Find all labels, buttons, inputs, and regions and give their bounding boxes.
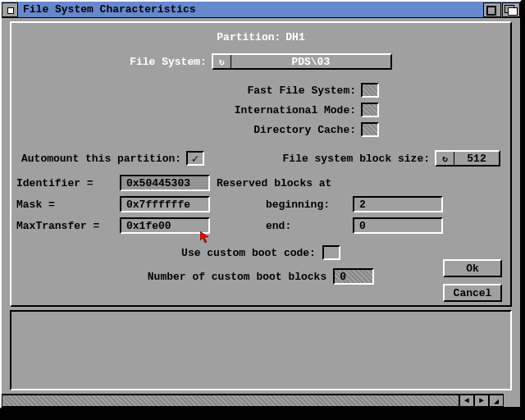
ok-button[interactable]: Ok bbox=[443, 259, 502, 277]
depth-gadget[interactable] bbox=[502, 2, 520, 17]
checkmark-icon: ✓ bbox=[192, 152, 199, 166]
intl-mode-checkbox[interactable] bbox=[361, 103, 379, 117]
customboot-use-label: Use custom boot code: bbox=[181, 247, 316, 259]
filesystem-value: PDS\03 bbox=[231, 56, 390, 68]
mask-field[interactable]: 0x7ffffffe bbox=[120, 196, 210, 212]
scroll-left-icon[interactable]: ◄ bbox=[459, 395, 474, 407]
window: File System Characteristics Partition: D… bbox=[0, 0, 522, 409]
window-title: File System Characteristics bbox=[21, 3, 482, 16]
lower-panel bbox=[10, 310, 512, 390]
identifier-field[interactable]: 0x50445303 bbox=[120, 175, 210, 191]
close-gadget[interactable] bbox=[2, 2, 18, 17]
filesystem-cycle[interactable]: ↻ PDS\03 bbox=[212, 53, 392, 70]
customboot-num-label: Number of custom boot blocks bbox=[148, 271, 326, 283]
reserved-end-label: end: bbox=[266, 220, 348, 232]
intl-mode-label: International Mode: bbox=[192, 104, 356, 116]
blocksize-value: 512 bbox=[454, 153, 499, 165]
titlebar[interactable]: File System Characteristics bbox=[2, 2, 520, 18]
main-panel: Partition: DH1 File System: ↻ PDS\03 Fas… bbox=[10, 21, 512, 307]
reserved-end-field[interactable]: 0 bbox=[353, 217, 443, 234]
cycle-icon: ↻ bbox=[436, 152, 454, 165]
dir-cache-checkbox[interactable] bbox=[361, 122, 379, 137]
filesystem-label: File System: bbox=[130, 56, 207, 68]
horizontal-scrollbar[interactable]: ◄ ► ◢ bbox=[2, 394, 504, 407]
maxtransfer-label: MaxTransfer = bbox=[16, 220, 115, 232]
fast-fs-label: Fast File System: bbox=[192, 84, 356, 97]
fast-fs-checkbox[interactable] bbox=[361, 83, 379, 98]
blocksize-label: File system block size: bbox=[283, 153, 430, 165]
automount-checkbox[interactable]: ✓ bbox=[186, 151, 204, 166]
customboot-num-field[interactable]: 0 bbox=[333, 268, 374, 285]
automount-label: Automount this partition: bbox=[21, 153, 181, 165]
identifier-label: Identifier = bbox=[16, 177, 115, 189]
reserved-begin-label: beginning: bbox=[266, 199, 348, 211]
scroll-right-icon[interactable]: ► bbox=[474, 395, 489, 407]
cycle-icon: ↻ bbox=[213, 55, 231, 68]
cancel-button[interactable]: Cancel bbox=[443, 284, 502, 302]
blocksize-cycle[interactable]: ↻ 512 bbox=[435, 150, 500, 167]
dir-cache-label: Directory Cache: bbox=[192, 124, 356, 136]
scrollbar-track[interactable] bbox=[2, 395, 459, 407]
zoom-gadget[interactable] bbox=[483, 2, 501, 17]
customboot-checkbox[interactable] bbox=[322, 245, 340, 260]
mask-label: Mask = bbox=[16, 199, 115, 211]
reserved-begin-field[interactable]: 2 bbox=[353, 196, 443, 212]
partition-label: Partition: bbox=[217, 31, 281, 43]
maxtransfer-field[interactable]: 0x1fe00 bbox=[120, 217, 210, 234]
reserved-header: Reserved blocks at bbox=[217, 177, 331, 189]
size-gadget[interactable]: ◢ bbox=[489, 395, 504, 407]
partition-value: DH1 bbox=[285, 31, 304, 43]
